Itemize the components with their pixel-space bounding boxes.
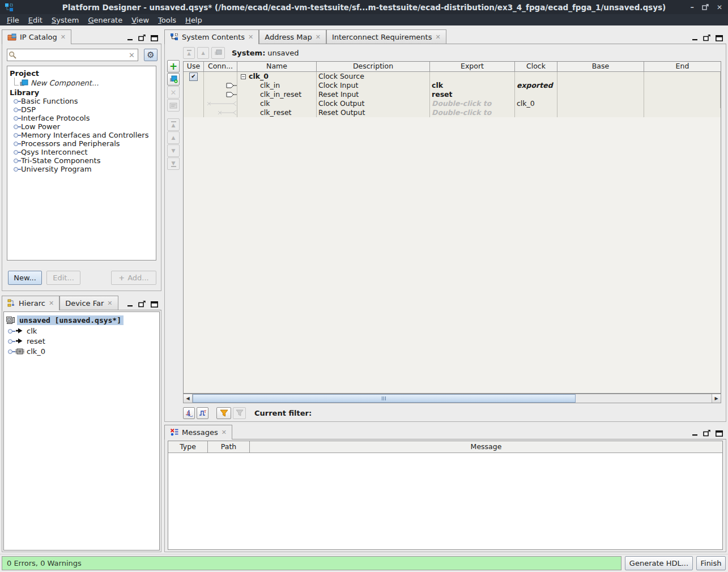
hierarchy-item-reset[interactable]: reset (4, 336, 159, 346)
use-checkbox[interactable]: ✔ (189, 72, 198, 81)
export-cell[interactable]: Double-click to (430, 108, 515, 117)
tab-hierarchy[interactable]: Hierarc ✕ (2, 296, 59, 310)
library-item[interactable]: University Program (10, 165, 156, 173)
tab-close-icon[interactable]: ✕ (49, 300, 54, 306)
move-top-button[interactable]: ▲ (167, 118, 180, 131)
conn-cell[interactable] (204, 81, 237, 90)
col-path[interactable]: Path (208, 441, 250, 453)
generate-hdl-button[interactable]: Generate HDL... (625, 556, 693, 570)
clear-filter-button[interactable] (233, 407, 246, 419)
tab-device-family[interactable]: Device Far ✕ (59, 296, 118, 310)
export-cell[interactable] (430, 72, 515, 81)
panel-minimize-icon[interactable] (127, 35, 133, 41)
clock-cell[interactable]: exported (515, 81, 557, 90)
panel-float-icon[interactable] (703, 35, 710, 41)
library-item[interactable]: Qsys Interconnect (10, 148, 156, 156)
library-item[interactable]: Basic Functions (10, 97, 156, 105)
toggle-interfaces-view-button[interactable] (197, 407, 208, 419)
edit-button[interactable]: Edit... (46, 271, 80, 285)
scrollbar-track[interactable] (576, 394, 712, 403)
conn-cell[interactable] (204, 90, 237, 99)
tab-close-icon[interactable]: ✕ (435, 34, 440, 40)
search-options-button[interactable]: ⚙ (144, 49, 157, 61)
tree-handle-icon[interactable] (13, 167, 21, 172)
panel-maximize-icon[interactable] (716, 430, 723, 437)
menu-tools[interactable]: Tools (155, 15, 180, 25)
panel-minimize-icon[interactable] (127, 301, 133, 307)
name-cell[interactable]: clk_in_reset (237, 90, 317, 99)
menu-file[interactable]: File (3, 15, 23, 25)
tree-item-new-component[interactable]: New Component... (10, 78, 156, 88)
remove-button[interactable]: ✕ (167, 86, 180, 99)
tree-handle-icon[interactable] (13, 150, 21, 155)
tree-handle-icon[interactable] (13, 158, 21, 163)
panel-minimize-icon[interactable] (692, 430, 698, 436)
collapse-icon[interactable] (241, 74, 246, 79)
tab-close-icon[interactable]: ✕ (222, 429, 227, 436)
menu-view[interactable]: View (128, 15, 152, 25)
move-bottom-button[interactable]: ▼ (167, 157, 180, 170)
col-description[interactable]: Description (317, 62, 430, 71)
col-conn[interactable]: Conn... (204, 62, 237, 71)
window-minimize-button[interactable]: – (690, 3, 694, 11)
connection-wire-icon[interactable] (206, 101, 237, 106)
window-restore-button[interactable] (702, 4, 709, 11)
tab-close-icon[interactable]: ✕ (248, 34, 253, 40)
tab-messages[interactable]: Messages ✕ (164, 425, 232, 439)
name-cell[interactable]: clk_reset (237, 108, 317, 117)
add-subsystem-button[interactable] (167, 73, 180, 86)
tab-address-map[interactable]: Address Map ✕ (259, 29, 326, 44)
col-clock[interactable]: Clock (515, 62, 557, 71)
toggle-connections-view-button[interactable] (183, 407, 195, 419)
finish-button[interactable]: Finish (696, 556, 726, 570)
col-export[interactable]: Export (430, 62, 515, 71)
menu-system[interactable]: System (48, 15, 83, 25)
hierarchy-root-item[interactable]: unsaved [unsaved.qsys*] (4, 314, 159, 326)
tree-handle-icon[interactable] (13, 107, 21, 112)
clock-cell[interactable] (515, 72, 557, 81)
panel-maximize-icon[interactable] (151, 35, 158, 41)
tree-handle-icon[interactable] (7, 328, 15, 334)
move-down-button[interactable]: ▼ (167, 144, 180, 157)
tree-handle-icon[interactable] (13, 141, 21, 146)
horizontal-scrollbar[interactable]: ◀ ▶ (183, 394, 721, 403)
new-button[interactable]: New... (8, 271, 42, 285)
col-end[interactable]: End (644, 62, 721, 71)
name-cell[interactable]: clk_0 (237, 72, 317, 81)
library-item[interactable]: Interface Protocols (10, 114, 156, 122)
panel-maximize-icon[interactable] (716, 35, 723, 41)
use-cell[interactable]: ✔ (184, 72, 204, 81)
library-item[interactable]: DSP (10, 105, 156, 114)
hierarchy-item-clk0[interactable]: clk_0 (4, 346, 159, 356)
menu-generate[interactable]: Generate (84, 15, 126, 25)
search-input[interactable] (18, 51, 126, 59)
col-name[interactable]: Name (237, 62, 317, 71)
library-item[interactable]: Low Power (10, 122, 156, 131)
move-up-button[interactable]: ▲ (167, 131, 180, 144)
add-button[interactable]: + Add... (111, 271, 156, 285)
conn-cell[interactable] (204, 99, 237, 108)
hierarchy-tree[interactable]: unsaved [unsaved.qsys*] clk (3, 311, 160, 550)
search-clear-icon[interactable]: ✕ (126, 51, 138, 59)
ip-catalog-tree[interactable]: Project New Component... Library Basic F… (7, 66, 156, 261)
tree-handle-icon[interactable] (13, 124, 21, 129)
tab-close-icon[interactable]: ✕ (107, 300, 112, 306)
name-cell[interactable]: clk_in (237, 81, 317, 90)
library-item[interactable]: Processors and Peripherals (10, 139, 156, 148)
scroll-left-button[interactable]: ◀ (184, 394, 193, 403)
clock-cell[interactable] (515, 90, 557, 99)
clock-cell[interactable]: clk_0 (515, 99, 557, 108)
scroll-right-button[interactable]: ▶ (712, 394, 721, 403)
add-component-button[interactable]: + (167, 60, 180, 72)
tree-handle-icon[interactable] (13, 99, 21, 104)
export-cell[interactable]: reset (430, 90, 515, 99)
edit-component-button[interactable] (167, 99, 180, 112)
open-parent-system-button[interactable] (211, 47, 225, 59)
tab-ip-catalog[interactable]: IP Catalog ✕ (2, 29, 71, 44)
window-close-button[interactable]: ✕ (717, 3, 722, 11)
connection-wire-icon[interactable] (216, 110, 237, 116)
panel-float-icon[interactable] (138, 301, 146, 308)
panel-minimize-icon[interactable] (692, 35, 698, 41)
nav-top-button[interactable]: ▲ (183, 47, 195, 59)
panel-float-icon[interactable] (138, 35, 146, 41)
